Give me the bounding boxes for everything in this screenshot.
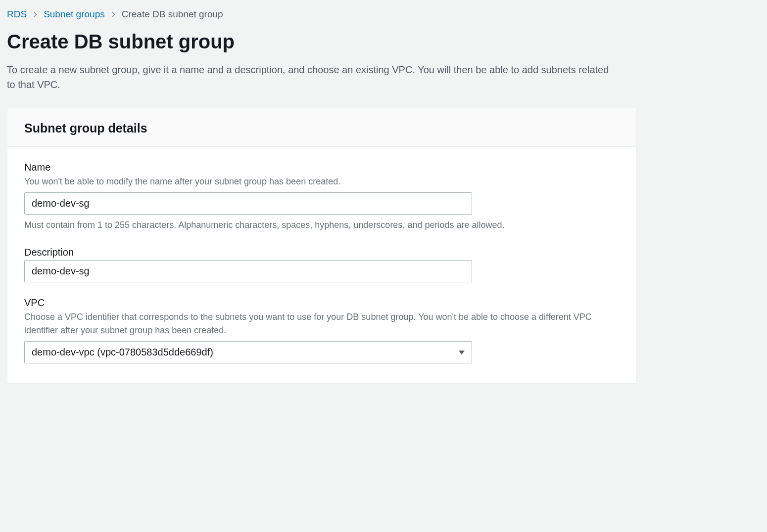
breadcrumb: RDS Subnet groups Create DB subnet group [7,9,760,20]
name-input[interactable] [24,192,472,215]
page-title: Create DB subnet group [7,30,760,53]
panel-body: Name You won't be able to modify the nam… [7,147,636,383]
vpc-select[interactable]: demo-dev-vpc (vpc-0780583d5dde669df) [24,341,472,363]
name-label: Name [24,162,619,173]
panel-header: Subnet group details [7,108,636,147]
vpc-selected-value: demo-dev-vpc (vpc-0780583d5dde669df) [32,347,213,358]
breadcrumb-link-rds[interactable]: RDS [7,9,27,20]
vpc-label: VPC [24,297,619,309]
chevron-right-icon [33,11,38,18]
description-field-group: Description [24,247,619,282]
chevron-right-icon [111,11,116,18]
name-field-group: Name You won't be able to modify the nam… [24,162,619,232]
vpc-field-group: VPC Choose a VPC identifier that corresp… [24,297,619,363]
subnet-group-details-panel: Subnet group details Name You won't be a… [7,108,636,384]
panel-title: Subnet group details [24,121,619,135]
vpc-hint: Choose a VPC identifier that corresponds… [24,310,619,337]
page-description: To create a new subnet group, give it a … [7,62,616,92]
description-input[interactable] [24,260,472,282]
breadcrumb-link-subnet-groups[interactable]: Subnet groups [44,9,105,20]
name-hint: You won't be able to modify the name aft… [24,175,619,188]
name-constraint: Must contain from 1 to 255 characters. A… [24,219,619,232]
description-label: Description [24,247,619,258]
breadcrumb-current: Create DB subnet group [122,9,223,20]
